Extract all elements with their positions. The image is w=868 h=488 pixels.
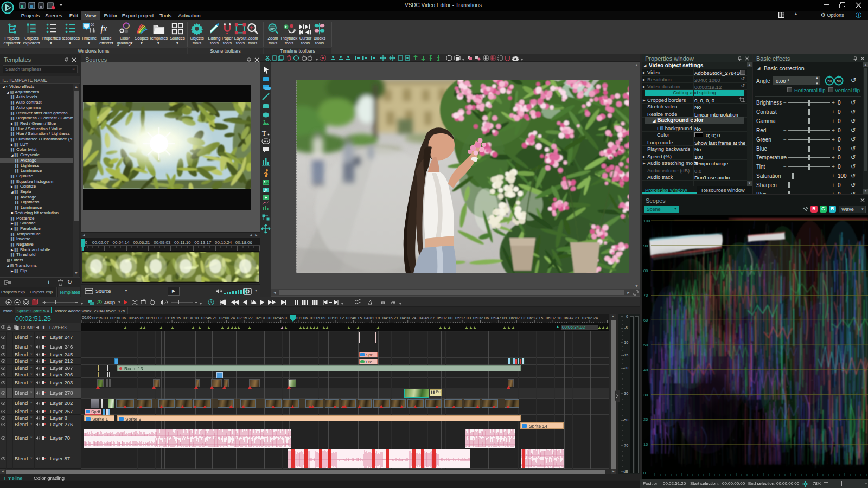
svg-text:480p: 480p <box>104 300 115 305</box>
svg-text:00: 00 <box>91 23 95 27</box>
svg-text:T: T <box>262 129 266 137</box>
svg-text:fx: fx <box>101 23 108 34</box>
svg-text:50: 50 <box>828 79 832 83</box>
svg-text:50: 50 <box>837 79 841 83</box>
